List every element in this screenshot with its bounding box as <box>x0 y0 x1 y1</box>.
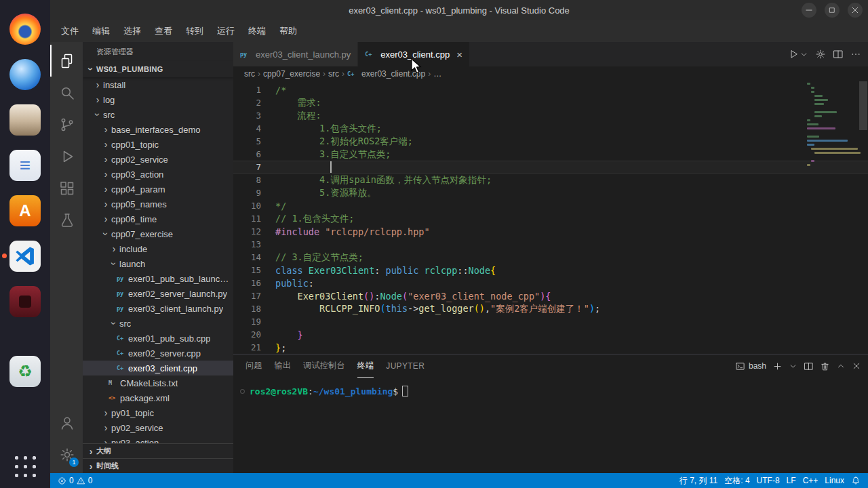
files-icon[interactable] <box>9 104 41 136</box>
more-actions-icon[interactable] <box>850 49 861 60</box>
code-line-15[interactable]: 15class Exer03Client: public rclcpp::Nod… <box>233 264 868 277</box>
tree-item-log[interactable]: ›log <box>83 92 233 107</box>
tree-item-cpp03_action[interactable]: ›cpp03_action <box>83 167 233 182</box>
status-encoding[interactable]: UTF-8 <box>753 473 783 488</box>
tree-item-py03_action[interactable]: ›py03_action <box>83 435 233 443</box>
code-line-5[interactable]: 5 2.初始化ROS2客户端; <box>233 135 868 148</box>
outline-section[interactable]: › 大纲 <box>83 443 233 458</box>
tree-item-cpp05_names[interactable]: ›cpp05_names <box>83 197 233 211</box>
panel-tab-调试控制台[interactable]: 调试控制台 <box>303 354 345 378</box>
code-editor[interactable]: 1/*2 需求:3 流程:4 1.包含头文件;5 2.初始化ROS2客户端;6 … <box>233 81 868 354</box>
breadcrumb-item-src[interactable]: src <box>244 69 255 79</box>
kill-terminal-icon[interactable] <box>820 361 830 371</box>
tree-item-base_interfaces_demo[interactable]: ›base_interfaces_demo <box>83 122 233 137</box>
tree-item-exer01_pub_sub.cpp[interactable]: C+exer01_pub_sub.cpp <box>83 331 233 346</box>
tree-item-cpp02_service[interactable]: ›cpp02_service <box>83 152 233 167</box>
breadcrumb-item-src[interactable]: src <box>328 69 339 79</box>
activity-search-icon[interactable] <box>50 77 83 108</box>
terminal-shell-picker[interactable]: bash <box>735 361 766 371</box>
code-line-1[interactable]: 1/* <box>233 83 868 96</box>
code-line-16[interactable]: 16public: <box>233 277 868 289</box>
code-line-19[interactable]: 19 <box>233 315 868 328</box>
status-language[interactable]: C++ <box>800 473 822 488</box>
tree-item-install[interactable]: ›install <box>83 77 233 92</box>
terminal[interactable]: ros2@ros2VB:~/ws01_plumbing$ <box>233 378 868 473</box>
command-decoration-icon[interactable] <box>240 389 245 394</box>
status-eol[interactable]: LF <box>783 473 800 488</box>
tree-item-launch[interactable]: ›launch <box>83 256 233 271</box>
scrollbar-thumb[interactable] <box>859 81 867 130</box>
show-applications-icon[interactable] <box>12 453 39 480</box>
menu-item-go[interactable]: 转到 <box>179 22 210 40</box>
code-line-7[interactable]: 7 <box>233 161 868 174</box>
tree-item-CMakeLists.txt[interactable]: MCMakeLists.txt <box>83 375 233 390</box>
run-file-icon[interactable] <box>788 49 808 60</box>
activity-settings-icon[interactable]: 1 <box>50 439 83 470</box>
code-line-10[interactable]: 10*/ <box>233 199 868 212</box>
code-line-4[interactable]: 4 1.包含头文件; <box>233 122 868 135</box>
menu-item-help[interactable]: 帮助 <box>273 22 304 40</box>
status-line-col[interactable]: 行 7, 列 11 <box>676 473 721 488</box>
tree-item-cpp06_time[interactable]: ›cpp06_time <box>83 211 233 226</box>
code-line-12[interactable]: 12#include "rclcpp/rclcpp.hpp" <box>233 225 868 238</box>
split-terminal-icon[interactable] <box>804 361 814 371</box>
tree-item-package.xml[interactable]: <>package.xml <box>83 390 233 405</box>
tree-item-exer02_server_launch.py[interactable]: pyexer02_server_launch.py <box>83 286 233 301</box>
menu-item-terminal[interactable]: 终端 <box>241 22 273 40</box>
tree-item-src[interactable]: ›src <box>83 316 233 331</box>
code-line-14[interactable]: 14// 3.自定义节点类; <box>233 251 868 264</box>
tree-item-cpp04_param[interactable]: ›cpp04_param <box>83 182 233 197</box>
code-line-18[interactable]: 18 RCLCPP_INFO(this->get_logger(),"案例2客户… <box>233 302 868 315</box>
menu-item-file[interactable]: 文件 <box>54 22 85 40</box>
activity-testing-icon[interactable] <box>50 204 83 236</box>
breadcrumb-item-cpp07_exercise[interactable]: cpp07_exercise <box>263 69 320 79</box>
tab-exer03_client.cpp[interactable]: C+exer03_client.cpp× <box>358 42 470 66</box>
code-line-8[interactable]: 8 4.调用spain函数，并传入节点对象指针; <box>233 174 868 186</box>
breadcrumb-item-…[interactable]: … <box>433 69 441 79</box>
panel-tab-JUPYTER[interactable]: JUPYTER <box>386 354 425 378</box>
browser-icon[interactable] <box>9 59 41 90</box>
close-button[interactable] <box>848 3 863 18</box>
status-indentation[interactable]: 空格: 4 <box>721 473 753 488</box>
maximize-button[interactable] <box>825 3 840 18</box>
vscode-icon[interactable] <box>9 241 41 272</box>
code-line-20[interactable]: 20 } <box>233 328 868 341</box>
code-line-21[interactable]: 21}; <box>233 341 868 354</box>
editor-scrollbar[interactable] <box>859 81 868 354</box>
code-line-6[interactable]: 6 3.自定义节点类; <box>233 148 868 161</box>
code-line-9[interactable]: 9 5.资源释放。 <box>233 186 868 199</box>
workspace-section-header[interactable]: › WS01_PLUMBING <box>83 61 233 77</box>
recycle-icon[interactable] <box>9 356 41 387</box>
run-config-icon[interactable] <box>815 49 826 60</box>
timeline-section[interactable]: › 时间线 <box>83 458 233 473</box>
tree-item-exer02_server.cpp[interactable]: C+exer02_server.cpp <box>83 346 233 361</box>
menu-item-view[interactable]: 查看 <box>148 22 179 40</box>
tree-item-include[interactable]: ›include <box>83 241 233 256</box>
menu-item-edit[interactable]: 编辑 <box>85 22 117 40</box>
activity-source-control-icon[interactable] <box>50 108 83 140</box>
code-line-17[interactable]: 17 Exer03Client():Node("exer03_client_no… <box>233 289 868 302</box>
panel-tab-终端[interactable]: 终端 <box>357 354 374 378</box>
new-terminal-icon[interactable] <box>772 361 783 371</box>
status-remote-os[interactable]: Linux <box>821 473 848 488</box>
tree-item-src[interactable]: ›src <box>83 107 233 122</box>
activity-explorer-icon[interactable] <box>50 45 83 77</box>
tree-item-exer03_client.cpp[interactable]: C+exer03_client.cpp <box>83 361 233 375</box>
status-problems[interactable]: 0 0 <box>54 473 96 488</box>
tab-exer03_client_launch.py[interactable]: pyexer03_client_launch.py <box>233 42 358 66</box>
tree-item-cpp07_exercise[interactable]: ›cpp07_exercise <box>83 226 233 241</box>
close-panel-icon[interactable] <box>852 361 861 371</box>
tree-item-py01_topic[interactable]: ›py01_topic <box>83 405 233 420</box>
code-line-11[interactable]: 11// 1.包含头文件; <box>233 212 868 225</box>
notifications-bell-icon[interactable] <box>848 473 864 488</box>
code-line-3[interactable]: 3 流程: <box>233 109 868 122</box>
minimize-button[interactable] <box>802 3 816 18</box>
split-editor-icon[interactable] <box>833 49 844 60</box>
tab-close-icon[interactable]: × <box>456 49 462 60</box>
profile-chevron-icon[interactable] <box>789 362 797 371</box>
code-line-2[interactable]: 2 需求: <box>233 96 868 109</box>
tree-item-cpp01_topic[interactable]: ›cpp01_topic <box>83 137 233 152</box>
maximize-panel-icon[interactable] <box>836 361 846 371</box>
panel-tab-输出[interactable]: 输出 <box>275 354 292 378</box>
screen-recorder-icon[interactable] <box>9 286 41 317</box>
